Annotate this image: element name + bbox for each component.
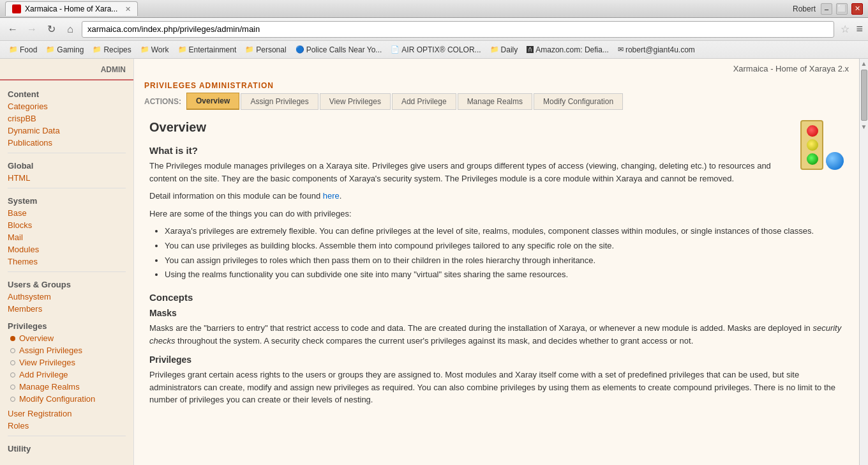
sidebar-item-overview[interactable]: Overview — [3, 332, 133, 344]
tab-manage-realms[interactable]: Manage Realms — [458, 93, 532, 110]
scrollbar[interactable]: ▲ ▼ — [859, 59, 868, 465]
scroll-down-arrow[interactable]: ▼ — [861, 123, 867, 130]
bookmark-email[interactable]: ✉ robert@giant4u.com — [614, 44, 699, 56]
detail-text-post: . — [340, 191, 342, 201]
bookmark-label: Police Calls Near Yo... — [306, 45, 382, 54]
back-button[interactable]: ← — [5, 22, 20, 37]
tab-view-privileges[interactable]: View Privileges — [320, 93, 391, 110]
tab-overview[interactable]: Overview — [186, 93, 239, 110]
folder-icon: 📁 — [245, 45, 254, 54]
privileges-submenu: Overview Assign Privileges View Privileg… — [0, 332, 133, 405]
sidebar-item-assign-privileges[interactable]: Assign Privileges — [3, 344, 133, 356]
bookmark-label: Recipes — [103, 45, 131, 54]
sidebar-item-members[interactable]: Members — [0, 303, 133, 315]
sidebar-item-modules[interactable]: Modules — [0, 243, 133, 255]
traffic-light-icon — [800, 120, 823, 170]
home-button[interactable]: ⌂ — [63, 22, 78, 37]
sidebar-link-label: View Privileges — [19, 358, 75, 367]
blue-circle-icon — [826, 152, 844, 170]
sidebar-link-label: Assign Privileges — [19, 346, 82, 355]
list-item: Xaraya's privileges are extremely flexib… — [165, 225, 844, 238]
forward-button[interactable]: → — [24, 22, 40, 37]
sidebar-section-global: Global — [0, 157, 133, 172]
sidebar-section-users-groups: Users & Groups — [0, 276, 133, 291]
bookmark-daily[interactable]: 📁 Daily — [486, 44, 522, 56]
bookmark-police[interactable]: 🔵 Police Calls Near Yo... — [292, 44, 386, 56]
sidebar-item-publications[interactable]: Publications — [0, 137, 133, 149]
sidebar-item-roles[interactable]: Roles — [0, 420, 133, 432]
tl-green — [807, 153, 818, 165]
sidebar: ADMIN Content Categories crispBB Dynamic… — [0, 59, 134, 465]
bullet-list: Xaraya's privileges are extremely flexib… — [165, 225, 844, 282]
browser-toolbar: ← → ↻ ⌂ ☆ ≡ — [0, 18, 868, 41]
bookmark-airoptix[interactable]: 📄 AIR OPTIX® COLOR... — [387, 44, 484, 56]
tl-red — [807, 125, 818, 137]
bookmark-food[interactable]: 📁 Food — [5, 44, 41, 56]
folder-icon: 📁 — [93, 45, 101, 54]
sidebar-item-html[interactable]: HTML — [0, 172, 133, 184]
address-bar[interactable] — [82, 21, 834, 38]
sidebar-item-manage-realms[interactable]: Manage Realms — [3, 381, 133, 393]
browser-menu-icon[interactable]: ≡ — [856, 22, 863, 36]
masks-text: Masks are the "barriers to entry" that r… — [149, 322, 844, 347]
maximize-button[interactable]: ⬜ — [836, 3, 848, 15]
scroll-up-arrow[interactable]: ▲ — [861, 60, 867, 67]
tab-assign-privileges[interactable]: Assign Privileges — [241, 93, 318, 110]
bullet-inactive-icon — [10, 360, 15, 365]
scroll-thumb[interactable] — [861, 70, 867, 121]
sidebar-item-add-privilege[interactable]: Add Privilege — [3, 369, 133, 381]
bookmark-amazon[interactable]: 🅰 Amazon.com: Defia... — [523, 44, 613, 56]
minimize-button[interactable]: – — [821, 3, 832, 15]
can-do-intro: Here are some of the things you can do w… — [149, 208, 844, 220]
external-icon: 🔵 — [296, 45, 304, 54]
sidebar-item-base[interactable]: Base — [0, 207, 133, 219]
sidebar-item-categories[interactable]: Categories — [0, 100, 133, 112]
list-item: Using the realms functionality you can s… — [165, 268, 844, 282]
bullet-inactive-icon — [10, 348, 15, 353]
here-link[interactable]: here — [323, 191, 340, 201]
folder-icon: 📁 — [46, 45, 55, 54]
sidebar-item-themes[interactable]: Themes — [0, 255, 133, 268]
bookmark-personal[interactable]: 📁 Personal — [241, 44, 290, 56]
sidebar-section-utility: Utility — [0, 440, 133, 455]
bookmark-star-icon[interactable]: ☆ — [841, 23, 849, 35]
what-is-it-heading: What is it? — [149, 145, 844, 156]
bookmark-label: Work — [151, 45, 169, 54]
folder-icon: 📁 — [140, 45, 149, 54]
masks-text-pre: Masks are the "barriers to entry" that r… — [149, 323, 812, 333]
tab-add-privilege[interactable]: Add Privilege — [392, 93, 456, 110]
bookmarks-bar: 📁 Food 📁 Gaming 📁 Recipes 📁 Work 📁 Enter… — [0, 41, 868, 59]
sidebar-item-crispbb[interactable]: crispBB — [0, 112, 133, 125]
browser-tab[interactable]: Xarmaica - Home of Xara... ✕ — [5, 1, 138, 16]
sidebar-link-label: Manage Realms — [19, 382, 80, 392]
tab-favicon — [12, 4, 21, 13]
sidebar-item-modify-configuration[interactable]: Modify Configuration — [3, 393, 133, 405]
tab-close-icon[interactable]: ✕ — [125, 5, 131, 13]
bullet-inactive-icon — [10, 397, 15, 402]
bookmark-label: robert@giant4u.com — [625, 45, 695, 54]
tab-modify-configuration[interactable]: Modify Configuration — [534, 93, 623, 110]
reload-button[interactable]: ↻ — [43, 22, 59, 37]
sidebar-item-mail[interactable]: Mail — [0, 231, 133, 243]
bookmark-gaming[interactable]: 📁 Gaming — [42, 44, 87, 56]
content-body: Overview What is it? The Privileges modu… — [134, 118, 859, 427]
sidebar-item-dynamic-data[interactable]: Dynamic Data — [0, 125, 133, 137]
page-wrapper: ADMIN Content Categories crispBB Dynamic… — [0, 59, 868, 465]
email-icon: ✉ — [618, 45, 624, 54]
privileges-admin-label: PRIVILEGES ADMINISTRATION — [134, 76, 859, 93]
sidebar-section-system: System — [0, 192, 133, 207]
bookmark-recipes[interactable]: 📁 Recipes — [89, 44, 135, 56]
sidebar-item-authsystem[interactable]: Authsystem — [0, 291, 133, 303]
sidebar-item-blocks[interactable]: Blocks — [0, 219, 133, 231]
sidebar-link-label: Add Privilege — [19, 370, 68, 379]
actions-bar: ACTIONS: Overview Assign Privileges View… — [134, 93, 859, 110]
bullet-active-icon — [10, 336, 15, 341]
bookmark-label: Gaming — [57, 45, 84, 54]
close-button[interactable]: ✕ — [851, 3, 863, 15]
user-label: Robert — [793, 4, 816, 13]
sidebar-item-view-privileges[interactable]: View Privileges — [3, 356, 133, 369]
sidebar-item-user-registration[interactable]: User Registration — [0, 408, 133, 420]
bookmark-work[interactable]: 📁 Work — [137, 44, 173, 56]
bookmark-label: Food — [20, 45, 37, 54]
bookmark-entertainment[interactable]: 📁 Entertainment — [174, 44, 241, 56]
